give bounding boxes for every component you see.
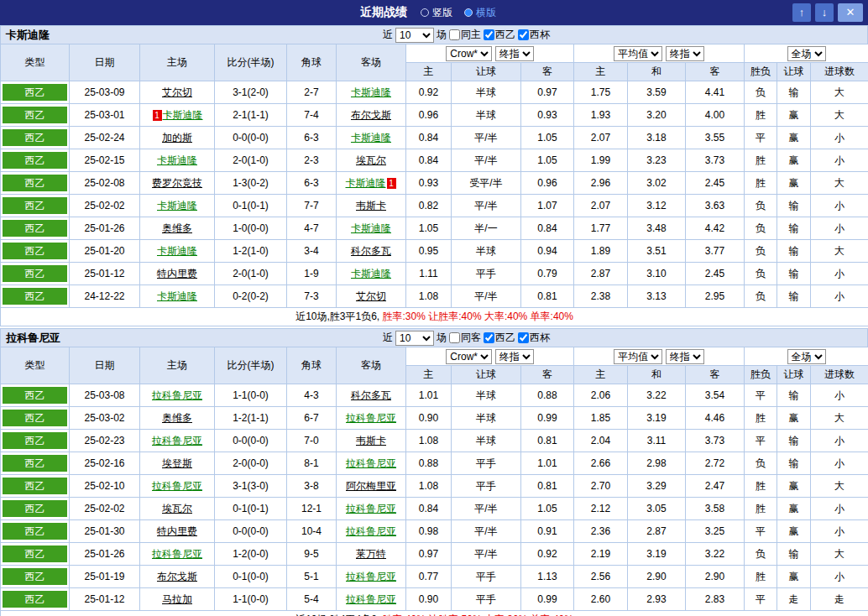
team-link[interactable]: 特内里费 — [157, 525, 197, 537]
home-team-cell: 特内里费 — [140, 263, 215, 285]
team-link[interactable]: 拉科鲁尼亚 — [152, 435, 202, 446]
asia-odds-away-cell: 0.84 — [521, 217, 574, 240]
col-header-score: 比分(半场) — [215, 347, 287, 384]
move-down-button[interactable]: ↓ — [815, 3, 834, 22]
score-cell: 0-0(0-0) — [215, 520, 287, 543]
cup-filter[interactable]: 西杯 — [518, 331, 550, 345]
asia-odds-home-cell: 0.97 — [406, 543, 452, 566]
team-link[interactable]: 拉科鲁尼亚 — [346, 457, 396, 469]
team-link[interactable]: 布尔戈斯 — [157, 571, 197, 582]
scope-select[interactable]: 全场 — [787, 349, 826, 364]
layout-horizontal-radio[interactable]: 横版 — [464, 6, 496, 20]
outcome-result-cell: 平 — [745, 384, 777, 407]
league-checkbox[interactable] — [484, 332, 494, 343]
same-venue-checkbox[interactable] — [449, 332, 460, 343]
team-link[interactable]: 科尔多瓦 — [351, 245, 391, 257]
team-link[interactable]: 卡斯迪隆 — [351, 132, 391, 144]
cup-checkbox[interactable] — [518, 332, 529, 343]
team-link[interactable]: 拉科鲁尼亚 — [346, 503, 396, 514]
team-link[interactable]: 韦斯卡 — [356, 435, 386, 446]
team-link[interactable]: 埃登斯 — [162, 457, 192, 469]
team-link[interactable]: 卡斯迪隆 — [351, 268, 391, 279]
col-header-type: 类型 — [1, 44, 70, 81]
asia-odds-home-cell: 0.90 — [406, 407, 452, 430]
team-link[interactable]: 卡斯迪隆 — [157, 200, 197, 211]
team-link[interactable]: 卡斯迪隆 — [157, 290, 197, 302]
team-link[interactable]: 卡斯迪隆 — [157, 154, 197, 166]
team-link[interactable]: 拉科鲁尼亚 — [152, 389, 202, 401]
euro-odds-home-cell: 2.96 — [574, 172, 628, 195]
handicap-cell: 平/半 — [452, 195, 521, 217]
outcome-result-cell: 胜 — [745, 407, 777, 430]
same-venue-filter[interactable]: 同主 — [449, 28, 481, 42]
team-link[interactable]: 韦斯卡 — [356, 200, 386, 211]
euro-odds-draw-cell: 3.20 — [628, 104, 686, 127]
team-link[interactable]: 拉科鲁尼亚 — [346, 412, 396, 424]
team-link[interactable]: 拉科鲁尼亚 — [346, 571, 396, 582]
team-link[interactable]: 奥维多 — [162, 412, 192, 424]
team-link[interactable]: 卡斯迪隆 — [163, 109, 203, 121]
avg-select[interactable]: 平均值 — [614, 349, 662, 364]
section-header: 卡斯迪隆 近 10 场 同主 西乙 西杯 — [0, 25, 868, 44]
match-row: 西乙25-01-12特内里费2-0(1-0)1-9卡斯迪隆1.11平手0.792… — [1, 263, 868, 285]
outcome-result-cell: 平 — [745, 588, 777, 611]
league-checkbox[interactable] — [484, 29, 494, 40]
team-link[interactable]: 卡斯迪隆 — [157, 245, 197, 257]
team-link[interactable]: 拉科鲁尼亚 — [152, 548, 202, 560]
team-link[interactable]: 奥维多 — [162, 222, 192, 234]
date-cell: 25-02-02 — [70, 195, 140, 217]
handicap-cell: 半球 — [452, 240, 521, 263]
league-badge: 西乙 — [3, 410, 67, 426]
cup-checkbox[interactable] — [518, 29, 529, 40]
odds-stage-select[interactable]: 终指 — [495, 46, 534, 61]
cup-filter[interactable]: 西杯 — [518, 28, 550, 42]
team-link[interactable]: 拉科鲁尼亚 — [152, 480, 202, 492]
score-cell: 3-1(3-0) — [215, 475, 287, 498]
away-team-cell: 卡斯迪隆1 — [337, 172, 406, 195]
odds-stage-select[interactable]: 终指 — [495, 349, 534, 364]
team-link[interactable]: 特内里费 — [157, 268, 197, 279]
corner-cell: 9-5 — [287, 543, 337, 566]
team-link[interactable]: 阿尔梅里亚 — [346, 480, 396, 492]
layout-vertical-radio[interactable]: 竖版 — [421, 6, 452, 20]
same-venue-checkbox[interactable] — [449, 29, 460, 40]
close-button[interactable]: ✕ — [838, 3, 863, 22]
col-header-handicap-result: 让球 — [777, 63, 811, 81]
same-venue-filter[interactable]: 同客 — [449, 331, 481, 345]
match-row: 西乙25-01-26奥维多1-0(0-0)4-7卡斯迪隆1.05半/一0.841… — [1, 217, 868, 240]
league-filter[interactable]: 西乙 — [484, 28, 515, 42]
team-link[interactable]: 埃瓦尔 — [162, 503, 192, 514]
league-filter[interactable]: 西乙 — [484, 331, 515, 345]
handicap-cell: 平手 — [452, 263, 521, 285]
team-link[interactable]: 加的斯 — [162, 132, 192, 144]
avg-stage-select[interactable]: 终指 — [666, 349, 704, 364]
team-link[interactable]: 艾尔切 — [162, 86, 192, 98]
euro-odds-home-cell: 2.19 — [574, 543, 628, 566]
games-count-select[interactable]: 10 — [395, 28, 434, 43]
team-link[interactable]: 费罗尔竞技 — [152, 177, 202, 189]
team-link[interactable]: 拉科鲁尼亚 — [346, 525, 396, 537]
move-up-button[interactable]: ↑ — [792, 3, 811, 22]
avg-select[interactable]: 平均值 — [614, 46, 662, 61]
team-link[interactable]: 卡斯迪隆 — [351, 222, 391, 234]
asia-odds-controls: Crow* 终指 — [406, 347, 574, 366]
away-team-cell: 莱万特 — [337, 543, 406, 566]
team-link[interactable]: 科尔多瓦 — [351, 389, 391, 401]
team-link[interactable]: 卡斯迪隆 — [351, 86, 391, 98]
team-link[interactable]: 拉科鲁尼亚 — [346, 593, 396, 605]
team-link[interactable]: 布尔戈斯 — [351, 109, 391, 121]
team-link[interactable]: 埃瓦尔 — [356, 154, 386, 166]
away-team-cell: 卡斯迪隆 — [337, 81, 406, 104]
corner-cell: 5-4 — [287, 588, 337, 611]
handicap-result-cell: 赢 — [777, 498, 811, 520]
team-link[interactable]: 卡斯迪隆 — [346, 177, 386, 189]
avg-stage-select[interactable]: 终指 — [666, 46, 704, 61]
odds-company-select[interactable]: Crow* — [446, 349, 492, 364]
team-link[interactable]: 莱万特 — [356, 548, 386, 560]
team-link[interactable]: 艾尔切 — [356, 290, 386, 302]
odds-company-select[interactable]: Crow* — [446, 46, 492, 61]
team-link[interactable]: 马拉加 — [162, 593, 192, 605]
league-badge: 西乙 — [3, 175, 67, 191]
games-count-select[interactable]: 10 — [395, 331, 434, 346]
scope-select[interactable]: 全场 — [787, 46, 826, 61]
